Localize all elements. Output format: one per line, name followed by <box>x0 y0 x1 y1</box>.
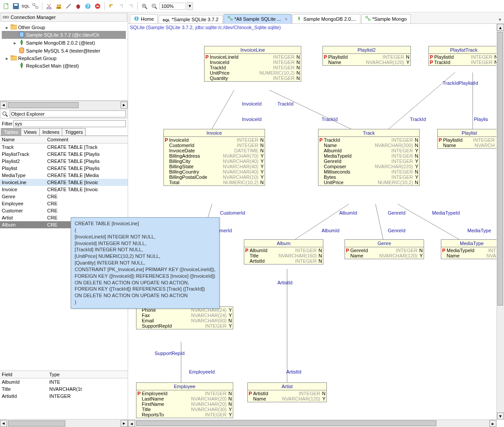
db-table-customertail[interactable]: PhoneNVARCHAR(24)YFaxNVARCHAR(24)YEmailN… <box>136 306 233 329</box>
db-table-invoice[interactable]: InvoicePInvoiceIdINTEGERNCustomerIdINTEG… <box>163 129 265 186</box>
folder-icon <box>11 24 17 30</box>
table-row[interactable]: Playlist2CREATE TABLE [Playlis <box>0 158 128 165</box>
connection-tree[interactable]: ▸Other GroupSample SQLite 3.7.2 (@c:/dev… <box>0 22 128 101</box>
relation-label: GenreId <box>388 210 405 215</box>
db-table-mediatype[interactable]: MediaTypePMediaTypeIdINTNameNVA <box>441 239 503 259</box>
editor-tab[interactable]: iHome <box>130 14 158 23</box>
close-icon[interactable]: × <box>284 16 287 22</box>
users-icon[interactable] <box>54 2 63 11</box>
db-table-playlist[interactable]: PlaylistPPlaylistIdINTEGERNameNVARCH <box>437 129 501 149</box>
table-row[interactable]: CustomerCRE <box>0 207 128 214</box>
editor-tab[interactable]: SQL*Sample SQLite 3.7.2 <box>159 15 222 23</box>
zoom-dropdown[interactable]: ▾ <box>187 2 193 10</box>
db-table-invoiceline[interactable]: InvoiceLinePInvoiceLineIdINTEGERNInvoice… <box>204 46 301 82</box>
svg-rect-25 <box>3 16 5 18</box>
stop-icon[interactable] <box>93 2 102 11</box>
tab-label: Sample MongoDB 2.0.... <box>303 16 356 22</box>
cut-icon[interactable] <box>45 2 53 11</box>
db-table-genre[interactable]: GenrePGenreIdINTEGERNNameNVARCHAR(120)Y <box>345 239 424 259</box>
bug-icon[interactable] <box>74 2 83 11</box>
scroll-left-icon[interactable]: ◂ <box>128 420 135 427</box>
editor-tab[interactable]: *All Sample SQLite ...× <box>224 14 292 23</box>
tab-triggers[interactable]: Triggers <box>62 128 86 136</box>
help-icon[interactable]: ? <box>83 2 92 11</box>
db-table-employee[interactable]: EmployeePEmployeeIdINTEGERNLastNameNVARC… <box>136 382 233 418</box>
scroll-left-icon[interactable]: ◂ <box>0 420 7 427</box>
tree-item-label: ReplicaSet Group <box>18 56 57 61</box>
object-explorer-input[interactable] <box>10 110 126 117</box>
sql-icon: SQL <box>163 17 170 22</box>
tree-item[interactable]: Sample SQLite 3.7.2 (@c:/dev/Ch <box>2 31 126 39</box>
tree-hscroll[interactable]: ◂ ▸ <box>0 101 128 109</box>
zoom-in-icon[interactable] <box>140 2 149 11</box>
canvas-vscroll[interactable]: ▴ ▾ <box>496 24 504 419</box>
tree-item[interactable]: ▸ReplicaSet Group <box>2 55 126 62</box>
svg-line-43 <box>367 18 369 19</box>
editor-tab[interactable]: Sample MongoDB 2.0.... <box>292 14 360 23</box>
sql-icon[interactable]: SQL <box>21 2 30 11</box>
field-row[interactable]: ArtistIdINTEGER <box>0 393 128 400</box>
scroll-right-icon[interactable]: ▸ <box>489 420 496 427</box>
table-row[interactable]: InvoiceLineCREATE TABLE [Invoic <box>0 179 128 186</box>
field-row[interactable]: TitleNVARCHAR(1t <box>0 385 128 393</box>
table-row[interactable]: TrackCREATE TABLE [Track <box>0 144 128 151</box>
redo-icon[interactable] <box>117 2 125 11</box>
svg-point-34 <box>3 112 6 115</box>
db-table-playlisttrack[interactable]: PlaylistTrackPPlaylistIdINTEGERNPTrackId… <box>428 46 499 66</box>
connection-icon <box>3 14 9 20</box>
tab-views[interactable]: Views <box>21 128 40 136</box>
tab-indexes[interactable]: Indexes <box>39 128 63 136</box>
scroll-right-icon[interactable]: ▸ <box>121 420 128 427</box>
editor-tab[interactable]: *Sample Mongo <box>361 14 411 23</box>
tab-menu-icon[interactable]: ▾ <box>496 16 504 23</box>
new-icon[interactable] <box>2 2 11 11</box>
filter-input[interactable] <box>13 120 126 127</box>
tree-item[interactable]: ▸Sample MongoDB 2.0.2 (@test) <box>2 39 126 47</box>
tree-item[interactable]: Sample MySQL 5.4 (tester@tester <box>2 47 126 55</box>
svg-line-19 <box>145 7 147 9</box>
tab-tables[interactable]: Tables <box>1 128 21 136</box>
table-row[interactable]: EmployeeCRE <box>0 200 128 207</box>
info-icon: i <box>134 16 139 22</box>
fields-hscroll[interactable]: ◂ ▸ <box>0 419 128 427</box>
tree-item[interactable]: ReplicaSet Main (@test) <box>2 62 126 70</box>
svg-line-40 <box>229 18 231 19</box>
svg-rect-10 <box>57 7 61 9</box>
db-table-playlist2[interactable]: Playlist2PPlaylistIdINTEGERNNameNVARCHAR… <box>322 46 411 66</box>
scroll-down-icon[interactable]: ▾ <box>497 412 504 419</box>
save-icon[interactable] <box>11 2 20 11</box>
col-header[interactable]: Type <box>47 371 128 378</box>
col-header[interactable]: Name <box>0 136 45 144</box>
diagram-icon[interactable] <box>31 2 40 11</box>
table-row[interactable]: InvoiceCREATE TABLE [Invoic <box>0 186 128 193</box>
db-table-track[interactable]: TrackPTrackIdINTEGERNNameNVARCHAR(200)NA… <box>318 129 420 186</box>
db-table-artist[interactable]: ArtistPArtistIdINTEGERNNameNVARCHAR(120)… <box>247 382 327 402</box>
svg-line-35 <box>6 115 8 117</box>
redo2-icon[interactable] <box>126 2 135 11</box>
filter-row: Filter <box>0 119 128 128</box>
zoom-input[interactable]: 100% <box>159 3 186 10</box>
tools-icon[interactable] <box>64 2 73 11</box>
scroll-left-icon[interactable]: ◂ <box>0 102 7 109</box>
table-row[interactable]: MediaTypeCREATE TABLE [Media <box>0 172 128 179</box>
table-row[interactable]: PlaylistTrackCREATE TABLE [Playlis <box>0 151 128 158</box>
relation-label: TrackId <box>410 117 426 122</box>
svg-text:i: i <box>136 16 137 21</box>
tab-label: *Sample SQLite 3.7.2 <box>172 17 219 22</box>
table-row[interactable]: PlaylistCREATE TABLE [Playlis <box>0 165 128 172</box>
col-header[interactable]: Comment <box>45 136 128 144</box>
canvas-hscroll[interactable]: ◂ ▸ <box>128 419 496 427</box>
undo-icon[interactable] <box>107 2 116 11</box>
separator <box>104 2 105 10</box>
zoom-out-icon[interactable] <box>150 2 159 11</box>
scroll-right-icon[interactable]: ▸ <box>121 102 128 109</box>
tree-item-label: Sample SQLite 3.7.2 (@c:/dev/Ch <box>26 32 99 38</box>
field-row[interactable]: AlbumIdINTE <box>0 378 128 386</box>
tree-item[interactable]: ▸Other Group <box>2 24 126 31</box>
db-table-album[interactable]: AlbumPAlbumIdINTEGERNTitleNVARCHAR(160)N… <box>244 239 323 265</box>
table-row[interactable]: GenreCRE <box>0 193 128 200</box>
db-mysql-icon <box>19 47 25 54</box>
scroll-up-icon[interactable]: ▴ <box>497 24 504 31</box>
col-header[interactable]: Field <box>0 371 47 378</box>
fields-list[interactable]: FieldTypeAlbumIdINTETitleNVARCHAR(1tArti… <box>0 370 128 419</box>
